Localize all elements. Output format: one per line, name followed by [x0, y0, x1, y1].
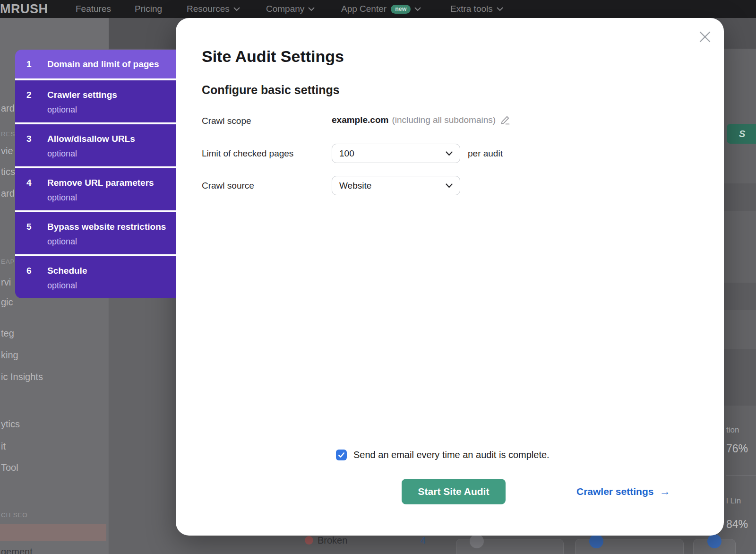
crawler-settings-link-label: Crawler settings — [576, 486, 653, 497]
crawl-source-select[interactable]: Website — [332, 176, 460, 195]
background-divider — [288, 536, 288, 554]
crawler-settings-link[interactable]: Crawler settings → — [576, 485, 670, 498]
nav-item-extra-tools[interactable]: Extra tools — [450, 0, 503, 18]
sidebar-fragment: tics — [1, 166, 15, 177]
nav-label: Company — [266, 4, 304, 14]
step-title: Domain and limit of pages — [47, 57, 159, 71]
check-icon — [338, 452, 345, 458]
broken-status-label: Broken — [318, 535, 347, 546]
sidebar-fragment: vie — [1, 146, 13, 156]
background-circle-icon — [470, 534, 484, 548]
logo[interactable]: MRUSH — [0, 0, 48, 18]
section-heading: Configure basic settings — [202, 83, 340, 97]
step-title: Allow/disallow URLs — [47, 131, 135, 146]
background-circle-icon — [589, 534, 603, 548]
nav-item-features[interactable]: Features — [76, 0, 111, 18]
step-bypass-website-restrictions[interactable]: 5 Bypass website restrictions optional — [15, 210, 176, 254]
sidebar-fragment: it — [1, 441, 6, 452]
sidebar-section-fragment: EAP — [1, 258, 15, 265]
step-allow-disallow-urls[interactable]: 3 Allow/disallow URLs optional — [15, 122, 176, 166]
nav-label: Pricing — [135, 4, 162, 14]
chevron-down-icon — [446, 151, 453, 156]
arrow-right-icon: → — [659, 485, 670, 498]
email-checkbox-label: Send an email every time an audit is com… — [353, 450, 550, 460]
sidebar-fragment: ic Insights — [1, 372, 43, 382]
background-right-fragment: l Lin — [726, 496, 741, 506]
background-row-strip — [724, 349, 756, 406]
background-divider — [726, 475, 756, 476]
edit-icon[interactable] — [500, 114, 511, 126]
chevron-down-icon — [233, 7, 240, 11]
sidebar-fragment: gement — [1, 546, 33, 554]
site-audit-wizard-steps: 1 Domain and limit of pages 2 Crawler se… — [15, 50, 176, 298]
step-optional: optional — [47, 104, 117, 115]
crawl-source-label: Crawl source — [202, 181, 254, 191]
step-number: 5 — [26, 219, 47, 247]
nav-label: App Center — [341, 4, 387, 14]
nav-item-resources[interactable]: Resources — [187, 0, 240, 18]
background-metric: 84% — [726, 518, 748, 531]
step-number: 6 — [26, 263, 47, 291]
start-site-audit-button[interactable]: Start Site Audit — [402, 479, 506, 504]
site-audit-settings-modal: Site Audit Settings Configure basic sett… — [176, 18, 724, 536]
modal-title: Site Audit Settings — [202, 47, 344, 66]
crawl-scope-label: Crawl scope — [202, 116, 251, 126]
sidebar-section-fragment: RES — [1, 130, 15, 138]
step-domain-and-limit[interactable]: 1 Domain and limit of pages — [15, 50, 176, 78]
step-optional: optional — [47, 192, 154, 203]
step-title: Remove URL parameters — [47, 175, 154, 190]
step-optional: optional — [47, 280, 87, 291]
sidebar-fragment: rvi — [1, 277, 11, 288]
select-value: 100 — [339, 148, 354, 159]
background-partial-button: S — [727, 124, 756, 144]
sidebar-fragment: Tool — [1, 462, 18, 473]
chevron-down-icon — [414, 7, 421, 11]
step-title: Schedule — [47, 263, 87, 278]
step-number: 4 — [26, 175, 47, 203]
nav-label: Features — [76, 4, 111, 14]
sidebar-fragment: teg — [1, 328, 14, 339]
broken-status-dot — [305, 536, 313, 545]
sidebar-fragment: king — [1, 350, 18, 361]
email-notification-row: Send an email every time an audit is com… — [336, 450, 550, 460]
limit-of-checked-pages-label: Limit of checked pages — [202, 148, 293, 159]
background-row-strip — [724, 283, 756, 310]
sidebar-fragment: ytics — [1, 419, 20, 430]
step-optional: optional — [47, 148, 135, 159]
close-icon[interactable] — [697, 30, 713, 45]
background-circle-icon — [707, 534, 722, 548]
background-metric: 76% — [726, 442, 748, 455]
step-title: Bypass website restrictions — [47, 219, 166, 234]
sidebar-section-fragment: CH SEO — [1, 511, 28, 519]
limit-of-checked-pages-select[interactable]: 100 — [332, 144, 460, 163]
nav-item-app-center[interactable]: App Center new — [341, 0, 421, 18]
nav-label: Extra tools — [450, 4, 493, 14]
chevron-down-icon — [497, 7, 503, 11]
step-schedule[interactable]: 6 Schedule optional — [15, 254, 176, 298]
new-badge: new — [391, 5, 411, 14]
crawl-scope-value: example.com (including all subdomains) — [332, 114, 511, 126]
step-number: 3 — [26, 131, 47, 159]
chevron-down-icon — [446, 183, 453, 188]
select-value: Website — [339, 181, 371, 191]
nav-label: Resources — [187, 4, 230, 14]
step-remove-url-parameters[interactable]: 4 Remove URL parameters optional — [15, 166, 176, 210]
email-checkbox[interactable] — [336, 450, 347, 460]
broken-status-count: 4 — [421, 535, 426, 546]
step-optional: optional — [47, 236, 166, 247]
top-nav: MRUSH Features Pricing Resources Company… — [0, 0, 756, 18]
sidebar-highlight-row — [0, 524, 106, 541]
step-number: 1 — [26, 57, 47, 71]
crawl-scope-note: (including all subdomains) — [392, 115, 496, 125]
nav-item-company[interactable]: Company — [266, 0, 315, 18]
sidebar-fragment: gic — [1, 297, 13, 308]
background-row-strip — [724, 183, 756, 211]
step-number: 2 — [26, 87, 47, 115]
sidebar-fragment: ard — [1, 188, 15, 199]
step-crawler-settings[interactable]: 2 Crawler settings optional — [15, 78, 176, 122]
crawl-scope-domain: example.com — [332, 115, 388, 125]
sidebar-fragment: ard — [1, 103, 15, 114]
nav-item-pricing[interactable]: Pricing — [135, 0, 162, 18]
per-audit-suffix: per audit — [468, 148, 503, 159]
chevron-down-icon — [308, 7, 315, 11]
